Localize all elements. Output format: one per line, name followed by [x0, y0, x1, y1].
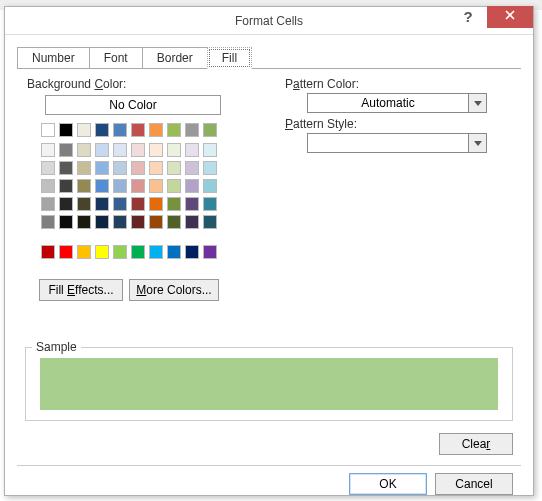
help-button[interactable]: ? [451, 7, 485, 29]
color-swatch[interactable] [167, 161, 181, 175]
divider [17, 465, 521, 466]
color-swatch[interactable] [59, 245, 73, 259]
color-swatch[interactable] [77, 215, 91, 229]
color-swatch[interactable] [203, 143, 217, 157]
cancel-button[interactable]: Cancel [435, 473, 513, 495]
color-swatch[interactable] [77, 197, 91, 211]
pattern-style-combo[interactable] [307, 133, 487, 153]
pattern-color-label: Pattern Color: [285, 77, 359, 91]
color-swatch[interactable] [131, 161, 145, 175]
color-swatch[interactable] [203, 179, 217, 193]
more-colors-button[interactable]: More Colors... [129, 279, 219, 301]
color-swatch[interactable] [41, 245, 55, 259]
color-swatch[interactable] [203, 215, 217, 229]
color-swatch[interactable] [185, 215, 199, 229]
color-swatch[interactable] [95, 143, 109, 157]
color-swatch[interactable] [131, 215, 145, 229]
tab-font[interactable]: Font [89, 47, 143, 69]
color-swatch[interactable] [59, 123, 73, 137]
color-swatch[interactable] [113, 179, 127, 193]
color-swatch[interactable] [59, 197, 73, 211]
background-color-label: Background Color: [27, 77, 126, 91]
tabstrip: Number Font Border Fill [17, 47, 521, 69]
standard-colors [39, 243, 219, 261]
color-swatch[interactable] [113, 215, 127, 229]
color-swatch[interactable] [131, 197, 145, 211]
no-color-button[interactable]: No Color [45, 95, 221, 115]
pattern-color-combo[interactable]: Automatic [307, 93, 487, 113]
format-cells-dialog: Format Cells ? Number Font Border Fill B… [4, 6, 534, 496]
color-swatch[interactable] [131, 245, 145, 259]
color-swatch[interactable] [149, 123, 163, 137]
color-swatch[interactable] [185, 161, 199, 175]
color-swatch[interactable] [95, 197, 109, 211]
ok-button[interactable]: OK [349, 473, 427, 495]
color-swatch[interactable] [185, 123, 199, 137]
color-swatch[interactable] [131, 123, 145, 137]
color-swatch[interactable] [167, 143, 181, 157]
color-swatch[interactable] [95, 179, 109, 193]
color-swatch[interactable] [77, 245, 91, 259]
color-swatch[interactable] [167, 123, 181, 137]
color-swatch[interactable] [41, 179, 55, 193]
color-swatch[interactable] [41, 143, 55, 157]
color-swatch[interactable] [95, 215, 109, 229]
color-swatch[interactable] [113, 143, 127, 157]
pattern-style-label: Pattern Style: [285, 117, 357, 131]
color-swatch[interactable] [77, 123, 91, 137]
color-swatch[interactable] [203, 123, 217, 137]
color-swatch[interactable] [185, 179, 199, 193]
color-swatch[interactable] [41, 123, 55, 137]
color-swatch[interactable] [149, 143, 163, 157]
color-swatch[interactable] [113, 123, 127, 137]
clear-button[interactable]: Clear [439, 433, 513, 455]
color-swatch[interactable] [167, 179, 181, 193]
pattern-style-value [308, 134, 468, 152]
color-swatch[interactable] [77, 161, 91, 175]
color-swatch[interactable] [41, 161, 55, 175]
color-swatch[interactable] [59, 215, 73, 229]
color-swatch[interactable] [77, 143, 91, 157]
color-swatch[interactable] [185, 197, 199, 211]
tab-number[interactable]: Number [17, 47, 90, 69]
color-swatch[interactable] [77, 179, 91, 193]
color-swatch[interactable] [59, 179, 73, 193]
fill-effects-button[interactable]: Fill Effects... [39, 279, 123, 301]
color-swatch[interactable] [95, 245, 109, 259]
tab-fill[interactable]: Fill [207, 47, 252, 69]
color-swatch[interactable] [149, 245, 163, 259]
sample-swatch [40, 358, 498, 410]
color-swatch[interactable] [131, 179, 145, 193]
color-swatch[interactable] [149, 161, 163, 175]
color-swatch[interactable] [149, 215, 163, 229]
pattern-color-value: Automatic [308, 94, 468, 112]
color-swatch[interactable] [59, 161, 73, 175]
color-swatch[interactable] [113, 245, 127, 259]
color-swatch[interactable] [167, 197, 181, 211]
color-swatch[interactable] [167, 245, 181, 259]
color-swatch[interactable] [185, 245, 199, 259]
color-swatch[interactable] [131, 143, 145, 157]
pattern-color-dropdown-button[interactable] [468, 94, 486, 112]
color-swatch[interactable] [95, 161, 109, 175]
color-swatch[interactable] [41, 197, 55, 211]
color-swatch[interactable] [167, 215, 181, 229]
color-swatch[interactable] [41, 215, 55, 229]
tab-underline [17, 68, 521, 69]
fill-panel: Background Color: No Color Fill Effects.… [17, 69, 521, 485]
color-swatch[interactable] [203, 245, 217, 259]
color-swatch[interactable] [113, 197, 127, 211]
color-swatch[interactable] [95, 123, 109, 137]
color-swatch[interactable] [113, 161, 127, 175]
color-swatch[interactable] [149, 179, 163, 193]
color-swatch[interactable] [185, 143, 199, 157]
tab-border[interactable]: Border [142, 47, 208, 69]
chevron-down-icon [474, 141, 482, 146]
color-swatch[interactable] [59, 143, 73, 157]
color-swatch[interactable] [203, 197, 217, 211]
color-swatch[interactable] [149, 197, 163, 211]
close-icon [504, 9, 516, 21]
close-button[interactable] [487, 6, 533, 28]
pattern-style-dropdown-button[interactable] [468, 134, 486, 152]
color-swatch[interactable] [203, 161, 217, 175]
